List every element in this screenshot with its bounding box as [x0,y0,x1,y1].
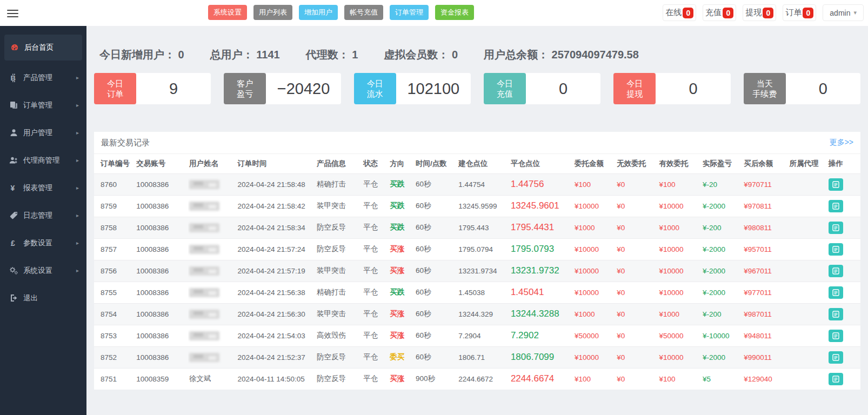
quick-button-6[interactable]: 资金报表 [435,5,474,20]
summary-card-5: 今日提现0 [613,73,730,104]
sidebar-item-1[interactable]: 后台首页 [4,35,82,61]
cell-name [188,238,237,260]
blurred-user-name [189,288,219,297]
cell-id: 8760 [94,173,135,195]
card-value: 0 [526,73,600,104]
sidebar-item-label: 参数设置 [23,238,52,248]
row-detail-button[interactable] [829,330,843,342]
table-row: 8759100083862024-04-24 21:58:42装甲突击平仓买跌6… [94,195,860,217]
cell-product: 防空反导 [316,238,362,260]
quick-actions: 系统设置用户列表增加用户帐号充值订单管理资金报表 [208,5,474,20]
row-detail-button[interactable] [829,286,843,299]
row-detail-button[interactable] [829,373,843,385]
cell-id: 8757 [94,238,135,260]
user-menu[interactable]: admin▾ [823,4,864,21]
cell-agent [789,282,827,303]
quick-button-1[interactable]: 系统设置 [208,5,247,20]
status-chip-4[interactable]: 订单0 [783,4,816,21]
sidebar-item-3[interactable]: 订单管理▸ [0,91,86,119]
cell-duration: 60秒 [415,282,457,303]
summary-card-3: 今日流水102100 [354,73,471,104]
card-value: 9 [136,73,211,104]
card-label: 客户盈亏 [224,73,266,104]
cell-open: 1.45038 [457,282,510,303]
cell-product: 高效毁伤 [316,325,362,346]
table-row: 8754100083862024-04-24 21:56:30装甲突击平仓买涨6… [94,303,860,325]
cell-amount: ¥100 [573,173,616,195]
cell-status: 平仓 [362,346,389,368]
sidebar-item-9[interactable]: 系统设置▸ [0,257,86,284]
column-header-id: 订单编号 [94,154,135,173]
cell-open: 13244.329 [457,303,510,325]
table-row: 8753100083862024-04-24 21:54:03高效毁伤平仓买涨6… [94,325,860,346]
cell-id: 8753 [94,325,135,346]
cell-open: 13245.9599 [457,195,510,217]
cell-profit: ¥5 [702,368,743,390]
table-row: 8756100083862024-04-24 21:57:19装甲突击平仓买涨6… [94,260,860,282]
cell-op [827,260,860,282]
cell-agent [789,238,827,260]
cell-valid: ¥10000 [658,282,702,303]
trades-table: 订单编号交易账号用户姓名订单时间产品信息状态方向时间/点数建仓点位平仓点位委托金… [94,154,860,390]
column-header-balance: 买后余额 [743,154,788,173]
cell-product: 防空反导 [316,346,362,368]
sidebar-item-2[interactable]: B产品管理▸ [0,64,86,91]
row-detail-button[interactable] [829,265,843,277]
cell-valid: ¥50000 [658,325,702,346]
cell-balance: ¥990011 [743,346,788,368]
row-detail-button[interactable] [829,243,843,256]
card-label: 当天手续费 [744,73,786,104]
cell-valid: ¥100 [658,173,702,195]
table-row: 8757100083862024-04-24 21:57:24防空反导平仓买涨6… [94,238,860,260]
row-detail-button[interactable] [829,200,843,212]
cell-time: 2024-04-24 21:58:42 [236,195,315,217]
sidebar-item-10[interactable]: 退出 [0,284,86,312]
status-badge: 0 [763,8,773,18]
cell-account: 10008386 [135,217,188,238]
menu-toggle-icon[interactable] [7,8,18,18]
row-detail-button[interactable] [829,178,843,191]
quick-button-3[interactable]: 增加用户 [299,5,338,20]
status-chip-1[interactable]: 在线0 [663,4,696,21]
column-header-profit: 实际盈亏 [702,154,743,173]
status-chip-3[interactable]: 提现0 [743,4,776,21]
quick-button-2[interactable]: 用户列表 [253,5,292,20]
status-chip-label: 提现 [745,8,762,18]
row-detail-button[interactable] [829,351,843,364]
chevron-right-icon: ▸ [76,130,79,136]
summary-card-2: 客户盈亏−20420 [224,73,340,104]
quick-button-4[interactable]: 帐号充值 [344,5,383,20]
cell-op [827,238,860,260]
cell-product: 精确打击 [316,282,362,303]
sidebar-item-4[interactable]: 用户管理▸ [0,119,86,146]
sidebar-item-label: 日志管理 [23,211,52,220]
column-header-invalid: 无效委托 [616,154,658,173]
cell-agent [789,173,827,195]
cell-account: 10008386 [135,325,188,346]
cell-time: 2024-04-24 21:58:34 [236,217,315,238]
sidebar-item-7[interactable]: 日志管理▸ [0,202,86,229]
table-row: 8755100083862024-04-24 21:56:38精确打击平仓买跌6… [94,282,860,303]
cell-close: 7.2902 [510,325,573,346]
cell-invalid: ¥0 [616,173,658,195]
cell-open: 1.44754 [457,173,510,195]
cell-open: 7.2904 [457,325,510,346]
sidebar-item-6[interactable]: ¥报表管理▸ [0,174,86,202]
cell-open: 1795.0794 [457,238,510,260]
quick-button-5[interactable]: 订单管理 [390,5,429,20]
status-chip-2[interactable]: 充值0 [703,4,736,21]
cell-name [188,195,237,217]
more-link[interactable]: 更多>> [830,138,853,148]
row-detail-button[interactable] [829,222,843,234]
sidebar-item-8[interactable]: £参数设置▸ [0,229,86,257]
cell-close: 1795.0793 [510,238,573,260]
row-detail-button[interactable] [829,308,843,320]
chevron-down-icon: ▾ [853,9,857,16]
cell-valid: ¥100 [658,368,702,390]
cell-amount: ¥10000 [573,282,616,303]
sidebar-item-5[interactable]: 代理商管理▸ [0,146,86,174]
chevron-right-icon: ▸ [76,212,79,218]
cell-direction: 买涨 [389,368,415,390]
chevron-right-icon: ▸ [76,157,79,163]
column-header-valid: 有效委托 [658,154,702,173]
